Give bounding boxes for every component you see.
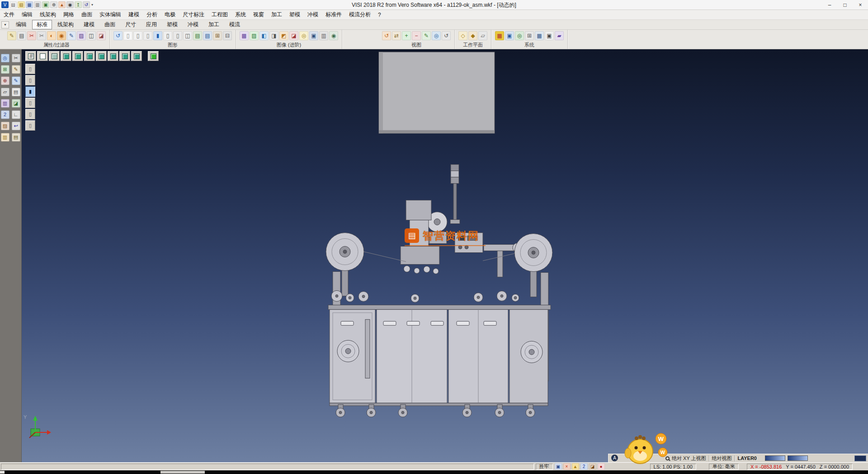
open-folder-icon[interactable]: ▧ [18, 1, 25, 8]
menu-system[interactable]: 系统 [231, 10, 250, 19]
undo-icon[interactable]: ↺ [83, 1, 90, 8]
pan-view-icon[interactable]: ◫ [183, 31, 192, 40]
status-delete-icon[interactable]: × [563, 463, 571, 470]
menu-electrode[interactable]: 电极 [161, 10, 179, 19]
tab-dropdown-icon[interactable]: ▼ [1, 21, 9, 28]
layer-db-icon[interactable]: ▤ [193, 31, 202, 40]
viewport[interactable]: ☰ ▯▯▮▯▯▯ ▤ 智营资料网 Y [22, 49, 868, 462]
grid-edit-icon[interactable]: ⊞ [1, 65, 9, 74]
menu-dimension[interactable]: 尺寸标注 [179, 10, 208, 19]
workplane-create-icon[interactable]: ◇ [458, 31, 467, 40]
toolbar-options-caret[interactable]: ▾ [91, 3, 93, 7]
tab-modeling[interactable]: 建模 [79, 20, 99, 29]
tab-edit[interactable]: 编辑 [11, 20, 31, 29]
wireframe-mode-icon[interactable]: ▯ [123, 31, 132, 40]
tab-dimension[interactable]: 尺寸 [121, 20, 141, 29]
export-icon[interactable]: ↥ [75, 1, 82, 8]
menu-help[interactable]: ? [374, 10, 385, 19]
menu-mold[interactable]: 塑模 [286, 10, 304, 19]
view-side-icon[interactable] [119, 51, 130, 61]
undo-arrow-icon[interactable]: ↩ [12, 122, 20, 130]
new-document-icon[interactable]: ▤ [9, 1, 17, 8]
menu-surface[interactable]: 曲面 [78, 10, 96, 19]
visi-logo[interactable]: V [1, 1, 9, 8]
db-settings-icon[interactable]: ⊞ [213, 31, 222, 40]
menu-drafting[interactable]: 工程图 [208, 10, 231, 19]
minimize-button[interactable]: – [822, 0, 837, 9]
db-filter-icon[interactable]: ⊟ [223, 31, 232, 40]
calculator-icon[interactable]: ⊞ [525, 31, 534, 40]
layer-db-add-icon[interactable]: ▤ [203, 31, 212, 40]
menu-machining[interactable]: 加工 [268, 10, 286, 19]
view-front-icon[interactable] [108, 51, 118, 61]
menu-die[interactable]: 冲模 [304, 10, 322, 19]
sheet-icon[interactable]: ▤ [12, 88, 20, 96]
dynamic-view-icon[interactable]: ▮ [153, 31, 162, 40]
zoom-out-icon[interactable]: − [412, 31, 421, 40]
vp-toggle-6-icon[interactable]: ▯ [25, 120, 35, 131]
corner-icon[interactable]: ∟ [12, 110, 20, 119]
texture-icon[interactable]: ▨ [250, 31, 259, 40]
element-filter-icon[interactable]: ▨ [77, 31, 86, 40]
vp-toggle-1-icon[interactable]: ▯ [25, 64, 35, 74]
view-iso-main-icon[interactable] [148, 51, 159, 61]
filter-cut-icon[interactable]: ✂ [27, 31, 36, 40]
close-button[interactable]: × [853, 0, 868, 9]
view-back-icon[interactable] [131, 51, 142, 61]
quick-select-icon[interactable]: ✎ [67, 31, 76, 40]
menu-edit[interactable]: 编辑 [18, 10, 36, 19]
tab-machining[interactable]: 加工 [204, 20, 224, 29]
monitor-icon[interactable]: ▣ [42, 1, 49, 8]
view-top-icon[interactable] [37, 51, 48, 61]
plane-shear-icon[interactable]: ▰ [555, 31, 564, 40]
redraw-icon[interactable]: ↺ [113, 31, 123, 40]
status-cube-icon[interactable]: ◪ [589, 463, 596, 470]
zoom-window-icon[interactable]: ▯ [173, 31, 182, 40]
cube-tool-icon[interactable]: ◪ [12, 99, 20, 108]
zoom-select-icon[interactable]: ◎ [1, 54, 9, 62]
menu-moldflow[interactable]: 模流分析 [345, 10, 374, 19]
menu-window[interactable]: 视窗 [250, 10, 268, 19]
camera-icon[interactable]: ◉ [66, 1, 74, 8]
current-view-label[interactable]: 绝对 XY 上视图 [672, 455, 706, 462]
mascot-pet[interactable]: W W [623, 431, 668, 465]
workplane-align-icon[interactable]: ◆ [468, 31, 477, 40]
menu-modeling[interactable]: 建模 [125, 10, 143, 19]
hatch-icon[interactable]: ▨ [1, 122, 9, 130]
save-icon[interactable]: ▦ [26, 1, 33, 8]
tab-standard[interactable]: 标准 [32, 20, 52, 29]
gear-tool-icon[interactable]: ⊕ [1, 76, 9, 85]
tab-surface[interactable]: 曲面 [100, 20, 120, 29]
view-iso-ne-icon[interactable] [61, 51, 71, 61]
shadow-icon[interactable]: ◨ [269, 31, 278, 40]
model-canvas[interactable] [22, 49, 868, 462]
chart-icon[interactable]: ▲ [58, 1, 66, 8]
shading-mode-icon[interactable]: ▯ [133, 31, 142, 40]
view-iso-sw-icon[interactable] [96, 51, 107, 61]
status-help-icon[interactable]: 2 [580, 463, 588, 470]
trim-icon[interactable]: ✂ [12, 54, 20, 62]
pencil-blue-icon[interactable]: ✎ [12, 76, 20, 85]
assistant-avatar[interactable]: A [611, 455, 618, 461]
bars-icon[interactable]: ▥ [1, 133, 9, 142]
settings-gear-icon[interactable]: ⊕ [50, 1, 57, 8]
view-shade-icon[interactable] [49, 51, 60, 61]
view-iso-nw-icon[interactable] [72, 51, 83, 61]
layer-swatch-2[interactable] [788, 455, 808, 461]
taskbar-start-sliver[interactable] [0, 471, 5, 474]
database-icon[interactable]: ▥ [1, 99, 9, 108]
viewport-menu-icon[interactable]: ☰ [25, 51, 36, 61]
print-icon[interactable]: ▥ [34, 1, 41, 8]
taskbar-window-button[interactable] [160, 471, 205, 474]
tab-application[interactable]: 应用 [142, 20, 161, 29]
hidden-line-icon[interactable]: ▯ [143, 31, 152, 40]
zoom-extents-icon[interactable]: ▯ [163, 31, 172, 40]
snap-icon[interactable]: ▣ [545, 31, 554, 40]
color-table-icon[interactable]: ▦ [495, 31, 504, 40]
view-iso-se-icon[interactable] [84, 51, 95, 61]
tab-flow[interactable]: 模流 [225, 20, 245, 29]
vp-toggle-4-icon[interactable]: ▯ [25, 98, 35, 108]
layer-swatch-1[interactable] [765, 455, 785, 461]
zoom-in-icon[interactable]: + [402, 31, 411, 40]
section-icon[interactable]: ▥ [319, 31, 328, 40]
